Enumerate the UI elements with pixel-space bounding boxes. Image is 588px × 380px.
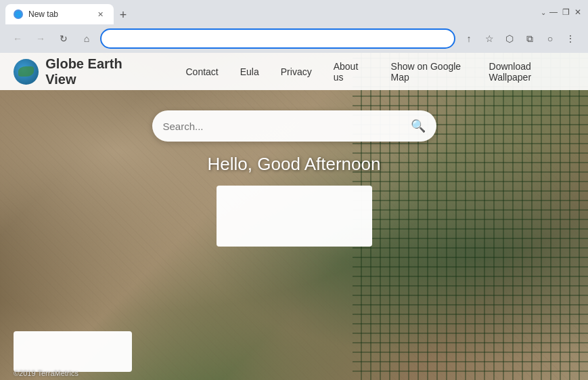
search-icon: 🔍 bbox=[411, 119, 426, 133]
logo-icon bbox=[14, 59, 39, 85]
nav-google-map[interactable]: Show on Google Map bbox=[380, 57, 489, 87]
content-block bbox=[217, 186, 372, 247]
search-container: 🔍 bbox=[152, 110, 436, 142]
minimize-button[interactable]: — bbox=[549, 7, 558, 17]
toolbar: ← → ↻ ⌂ ↑ ☆ ⬡ ⧉ ○ ⋮ bbox=[0, 24, 588, 53]
menu-button[interactable]: ⋮ bbox=[561, 29, 580, 48]
split-view-button[interactable]: ⧉ bbox=[520, 29, 539, 48]
nav-contact[interactable]: Contact bbox=[175, 62, 229, 81]
bottom-block bbox=[14, 331, 132, 372]
site-title: Globe Earth View bbox=[45, 56, 154, 87]
nav-privacy[interactable]: Privacy bbox=[270, 62, 323, 81]
site-main: 🔍 Hello, Good Afternoon bbox=[0, 90, 588, 247]
home-button[interactable]: ⌂ bbox=[77, 29, 96, 48]
website-content: Globe Earth View Contact Eula Privacy Ab… bbox=[0, 53, 588, 380]
new-tab-button[interactable]: + bbox=[114, 5, 133, 24]
tab-bar: 🌐 New tab ✕ + bbox=[5, 0, 535, 24]
site-logo: Globe Earth View bbox=[14, 56, 155, 87]
close-window-button[interactable]: ✕ bbox=[573, 7, 583, 17]
tab-close-button[interactable]: ✕ bbox=[95, 9, 106, 20]
search-input[interactable] bbox=[163, 121, 411, 132]
address-bar[interactable] bbox=[100, 28, 455, 49]
tab-title: New tab bbox=[28, 9, 58, 19]
reload-button[interactable]: ↻ bbox=[54, 29, 73, 48]
toolbar-icons: ↑ ☆ ⬡ ⧉ ○ ⋮ bbox=[459, 29, 580, 48]
title-bar: 🌐 New tab ✕ + ⌄ — ❐ ✕ bbox=[0, 0, 588, 24]
copyright: ©2019 TerraMetrics bbox=[14, 369, 78, 377]
browser-frame: 🌐 New tab ✕ + ⌄ — ❐ ✕ ← → ↻ ⌂ ↑ ☆ bbox=[0, 0, 588, 380]
active-tab[interactable]: 🌐 New tab ✕ bbox=[5, 4, 114, 24]
nav-download[interactable]: Download Wallpaper bbox=[489, 61, 574, 83]
greeting-text: Hello, Good Afternoon bbox=[208, 154, 381, 175]
address-input[interactable] bbox=[110, 33, 446, 44]
back-button[interactable]: ← bbox=[8, 29, 27, 48]
bookmark-button[interactable]: ☆ bbox=[480, 29, 499, 48]
account-button[interactable]: ○ bbox=[541, 29, 560, 48]
chevron-down-icon[interactable]: ⌄ bbox=[541, 9, 546, 16]
tab-favicon: 🌐 bbox=[14, 9, 23, 19]
nav-about[interactable]: About us bbox=[323, 57, 380, 87]
forward-button[interactable]: → bbox=[31, 29, 50, 48]
share-button[interactable]: ↑ bbox=[459, 29, 478, 48]
nav-links: Contact Eula Privacy About us Show on Go… bbox=[175, 57, 489, 87]
window-controls: ⌄ — ❐ ✕ bbox=[541, 7, 583, 17]
nav-eula[interactable]: Eula bbox=[229, 62, 270, 81]
restore-button[interactable]: ❐ bbox=[561, 7, 570, 17]
extensions-button[interactable]: ⬡ bbox=[500, 29, 519, 48]
site-navigation: Globe Earth View Contact Eula Privacy Ab… bbox=[0, 53, 588, 90]
